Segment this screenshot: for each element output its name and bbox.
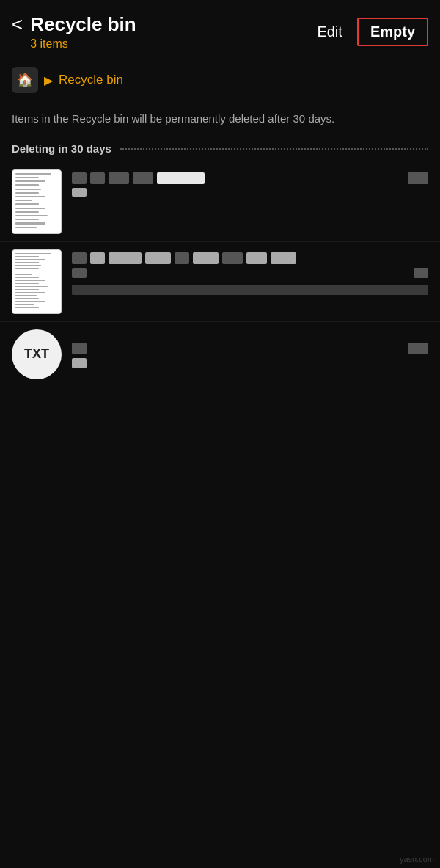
meta-block	[408, 343, 428, 354]
meta-row-2	[72, 358, 428, 368]
title-block: Recycle bin 3 items	[30, 13, 136, 51]
item-count: 3 items	[30, 37, 136, 51]
file-list: TXT	[0, 162, 440, 387]
meta-block	[193, 252, 219, 264]
file-metadata	[72, 249, 428, 295]
meta-block	[109, 172, 129, 184]
breadcrumb-label[interactable]: Recycle bin	[59, 73, 123, 87]
list-item[interactable]	[0, 162, 440, 242]
meta-block	[175, 252, 189, 264]
meta-block	[133, 172, 153, 184]
info-text: Items in the Recycle bin will be permane…	[0, 101, 440, 135]
breadcrumb-arrow: ▶	[44, 73, 53, 87]
breadcrumb: 🏠 ▶ Recycle bin	[0, 59, 440, 101]
meta-row-1	[72, 172, 428, 184]
file-thumbnail	[12, 249, 62, 314]
page-title: Recycle bin	[30, 13, 136, 36]
meta-block	[72, 268, 87, 278]
home-icon-wrap[interactable]: 🏠	[12, 67, 38, 93]
home-icon: 🏠	[17, 72, 33, 88]
meta-block	[90, 252, 105, 264]
txt-type-label: TXT	[24, 346, 49, 362]
meta-block	[72, 172, 87, 184]
meta-block	[72, 252, 87, 264]
meta-block	[109, 252, 142, 264]
file-metadata	[72, 340, 428, 368]
watermark: yasn.com	[400, 855, 434, 864]
meta-block	[408, 172, 428, 184]
file-thumbnail	[12, 169, 62, 234]
meta-block	[145, 252, 171, 264]
meta-block	[72, 343, 87, 354]
meta-block	[157, 172, 205, 184]
section-divider	[120, 148, 428, 150]
meta-block	[271, 252, 296, 264]
meta-row-2	[72, 188, 428, 197]
meta-block	[72, 188, 87, 197]
back-button[interactable]: <	[12, 15, 23, 34]
header-actions: Edit Empty	[311, 18, 428, 46]
progress-bar	[72, 285, 428, 295]
list-item[interactable]	[0, 242, 440, 322]
section-header: Deleting in 30 days	[0, 135, 440, 162]
meta-block	[414, 268, 428, 278]
list-item[interactable]: TXT	[0, 322, 440, 387]
meta-row-1	[72, 343, 428, 354]
meta-block	[72, 358, 87, 368]
edit-button[interactable]: Edit	[311, 21, 348, 43]
file-thumbnail: TXT	[12, 329, 62, 379]
meta-block	[222, 252, 243, 264]
meta-block	[90, 172, 105, 184]
meta-block	[246, 252, 267, 264]
file-metadata	[72, 169, 428, 197]
header: < Recycle bin 3 items Edit Empty	[0, 0, 440, 59]
meta-row-1	[72, 252, 428, 264]
section-title: Deleting in 30 days	[12, 142, 111, 155]
progress-fill	[72, 285, 428, 295]
meta-row-2	[72, 268, 428, 278]
header-left: < Recycle bin 3 items	[12, 13, 136, 51]
empty-button[interactable]: Empty	[357, 18, 428, 46]
